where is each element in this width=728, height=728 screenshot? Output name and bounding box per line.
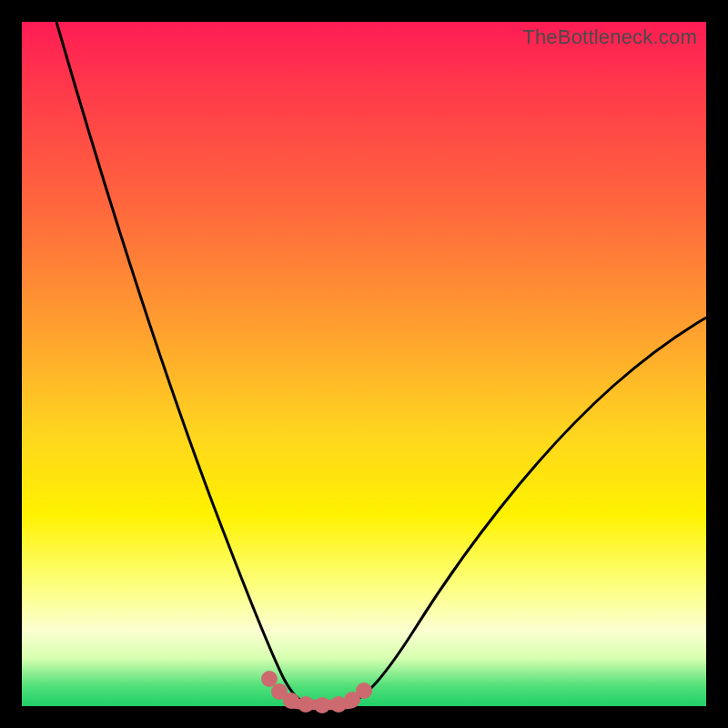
- svg-point-0: [261, 671, 278, 687]
- right-curve: [351, 318, 706, 703]
- svg-point-7: [356, 682, 372, 699]
- curve-overlay: [22, 22, 706, 706]
- valley-markers: [261, 671, 372, 713]
- svg-point-2: [283, 693, 299, 709]
- plot-area: TheBottleneck.com: [22, 22, 706, 706]
- left-curve: [56, 22, 304, 703]
- chart-frame: TheBottleneck.com: [0, 0, 728, 728]
- svg-point-3: [298, 696, 314, 713]
- svg-point-4: [314, 697, 330, 713]
